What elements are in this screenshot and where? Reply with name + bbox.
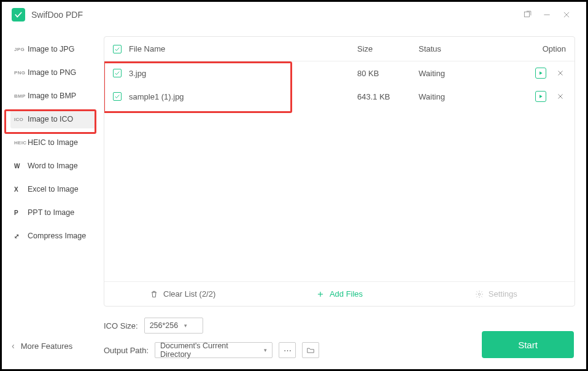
table-row[interactable]: sample1 (1).jpg 643.1 KB Waiting (104, 85, 574, 108)
sidebar-item-ico[interactable]: ICOImage to ICO (10, 110, 96, 128)
minimize-button[interactable] (537, 5, 557, 25)
ico-size-select[interactable]: 256*256▾ (144, 318, 203, 334)
chevron-down-icon: ▾ (184, 322, 187, 329)
sidebar-item-compress[interactable]: ⤢Compress Image (10, 227, 96, 245)
col-header-name: File Name (129, 44, 357, 53)
col-header-status: Status (419, 44, 511, 53)
select-all-checkbox[interactable] (113, 45, 122, 53)
more-path-button[interactable]: ⋯ (279, 342, 296, 358)
main-panel: File Name Size Status Option 3.jpg 80 KB… (100, 28, 586, 369)
sidebar-item-bmp[interactable]: BMPImage to BMP (10, 87, 96, 105)
row-checkbox[interactable] (113, 92, 122, 101)
sidebar-item-word[interactable]: WWord to Image (10, 157, 96, 175)
settings-button[interactable]: Settings (418, 282, 574, 306)
list-header: File Name Size Status Option (104, 37, 574, 61)
open-folder-button[interactable] (302, 342, 319, 358)
chevron-down-icon: ▾ (264, 347, 267, 353)
play-icon[interactable] (535, 91, 546, 102)
output-path-label: Output Path: (104, 346, 149, 355)
row-checkbox[interactable] (113, 69, 122, 77)
app-logo (12, 8, 25, 21)
table-row[interactable]: 3.jpg 80 KB Waiting (104, 61, 574, 85)
close-button[interactable] (557, 5, 576, 25)
row-size: 80 KB (357, 69, 419, 78)
sidebar-item-ppt[interactable]: PPPT to Image (10, 203, 96, 222)
svg-rect-0 (524, 12, 529, 17)
play-icon[interactable] (535, 68, 546, 79)
action-bar: Clear List (2/2) Add Files Settings (104, 281, 574, 306)
start-button[interactable]: Start (482, 331, 574, 358)
svg-point-10 (478, 293, 481, 295)
app-title: SwifDoo PDF (31, 10, 83, 20)
remove-row-icon[interactable] (555, 68, 566, 79)
output-path-select[interactable]: Document's Current Directory▾ (155, 342, 273, 358)
clear-list-button[interactable]: Clear List (2/2) (104, 282, 261, 306)
add-files-button[interactable]: Add Files (261, 282, 417, 306)
col-header-size: Size (357, 44, 419, 53)
more-features-link[interactable]: ‹ More Features (12, 341, 72, 351)
col-header-option: Option (511, 44, 566, 53)
row-filename: 3.jpg (129, 69, 357, 78)
row-filename: sample1 (1).jpg (129, 92, 357, 101)
row-status: Waiting (419, 92, 511, 101)
ico-size-label: ICO Size: (104, 321, 138, 330)
sidebar-item-png[interactable]: PNGImage to PNG (10, 63, 96, 82)
popout-icon[interactable] (517, 5, 537, 25)
sidebar-item-excel[interactable]: XExcel to Image (10, 180, 96, 198)
row-size: 643.1 KB (357, 92, 419, 101)
remove-row-icon[interactable] (555, 91, 566, 102)
file-list: File Name Size Status Option 3.jpg 80 KB… (104, 36, 575, 307)
bottom-options: ICO Size: 256*256▾ Output Path: Document… (104, 307, 575, 369)
title-bar: SwifDoo PDF (2, 2, 586, 28)
chevron-left-icon: ‹ (12, 341, 15, 351)
sidebar: JPGImage to JPG PNGImage to PNG BMPImage… (2, 28, 100, 369)
sidebar-item-jpg[interactable]: JPGImage to JPG (10, 40, 96, 58)
row-status: Waiting (419, 69, 511, 78)
sidebar-item-heic[interactable]: HEICHEIC to Image (10, 133, 96, 152)
